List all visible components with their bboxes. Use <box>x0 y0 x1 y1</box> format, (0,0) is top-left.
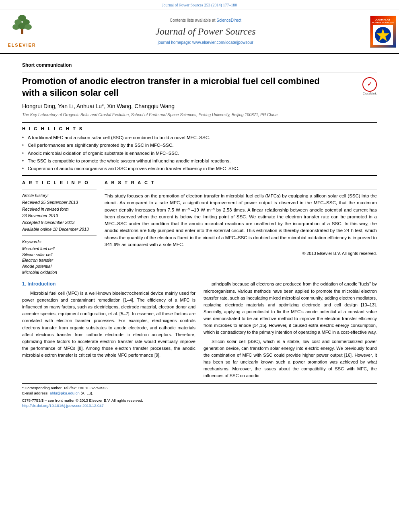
elsevier-tree-icon <box>10 15 34 41</box>
highlights-bottom-divider <box>22 175 377 176</box>
authors-line: Hongrui Ding, Yan Li, Anhuai Lu*, Xin Wa… <box>22 103 377 111</box>
email-label: E-mail address: <box>22 391 49 395</box>
highlight-item-1: A traditional MFC and a silicon solar ce… <box>22 134 377 141</box>
article-info-heading: A R T I C L E I N F O <box>22 180 97 186</box>
history-label: Article history: <box>22 193 97 199</box>
copyright-line: © 2013 Elsevier B.V. All rights reserved… <box>105 251 377 257</box>
intro-para-2: principally because all electrons are pr… <box>204 281 377 335</box>
introduction-section: 1. Introduction Microbial fuel cell (MFC… <box>22 281 377 379</box>
info-divider <box>22 189 97 189</box>
crossmark-badge: ✓ CrossMark <box>362 77 377 96</box>
abstract-divider <box>105 189 377 189</box>
highlights-heading: H I G H L I G H T S <box>22 126 377 132</box>
journal-center: Contents lists available at ScienceDirec… <box>44 13 367 50</box>
svg-point-5 <box>25 24 32 30</box>
available-date: Available online 18 December 2013 <box>22 226 97 232</box>
intro-para-3: Silicon solar cell (SSC), which is a sta… <box>204 338 377 379</box>
email-note: E-mail address: ahlu@pku.edu.cn (A. Lu). <box>22 390 377 396</box>
keyword-3: Electron transfer <box>22 257 97 263</box>
abstract-text: This study focuses on the promotion of e… <box>105 193 377 248</box>
journal-reference-bar: Journal of Power Sources 253 (2014) 177–… <box>0 0 399 10</box>
sciencedirect-line: Contents lists available at ScienceDirec… <box>170 18 241 23</box>
corresponding-author-note: * Corresponding author. Tel./fax: +86 10… <box>22 385 377 390</box>
highlights-section: H I G H L I G H T S A traditional MFC an… <box>22 126 377 172</box>
keywords-label: Keywords: <box>22 239 97 245</box>
email-person: (A. Lu). <box>80 391 93 395</box>
issn-line: 0378-7753/$ – see front matter © 2013 El… <box>22 398 377 403</box>
introduction-left-col: 1. Introduction Microbial fuel cell (MFC… <box>22 281 195 379</box>
journal-title: Journal of Power Sources <box>155 25 255 39</box>
introduction-heading: 1. Introduction <box>22 281 195 288</box>
elsevier-brand-text: ELSEVIER <box>8 42 36 48</box>
introduction-right-col: principally because all electrons are pr… <box>204 281 377 379</box>
highlight-item-5: Cooperation of anodic microorganisms and… <box>22 165 377 172</box>
info-abstract-section: A R T I C L E I N F O Article history: R… <box>22 180 377 275</box>
keyword-5: Microbial oxidation <box>22 269 97 275</box>
intro-para-1: Microbial fuel cell (MFC) is a well-know… <box>22 290 195 358</box>
affiliation-text: The Key Laboratory of Orogenic Belts and… <box>22 112 377 118</box>
highlight-item-3: Anodic microbial oxidation of organic su… <box>22 150 377 156</box>
email-address: ahlu@pku.edu.cn <box>50 391 80 395</box>
keyword-2: Silicon solar cell <box>22 252 97 258</box>
received-date: Received 25 September 2013 <box>22 199 97 205</box>
crossmark-icon: ✓ <box>362 77 377 92</box>
accepted-date: Accepted 9 December 2013 <box>22 220 97 226</box>
abstract-heading: A B S T R A C T <box>105 180 377 186</box>
page: Journal of Power Sources 253 (2014) 177–… <box>0 0 399 532</box>
article-type-label: Short communication <box>22 62 377 69</box>
authors-text: Hongrui Ding, Yan Li, Anhuai Lu*, Xin Wa… <box>22 103 175 109</box>
keyword-4: Anode potential <box>22 263 97 269</box>
doi-line: http://dx.doi.org/10.1016/j.jpowsour.201… <box>22 403 377 408</box>
highlight-item-2: Cell performances are significantly prom… <box>22 142 377 148</box>
main-content: Short communication ✓ CrossMark Promotio… <box>0 54 399 412</box>
elsevier-logo-section: ELSEVIER <box>0 13 44 50</box>
cover-image: JOURNAL OF POWER SOURCES <box>370 16 396 48</box>
article-history: Article history: Received 25 September 2… <box>22 193 97 232</box>
corresponding-author-text: * Corresponding author. Tel./fax: +86 10… <box>22 386 109 390</box>
keyword-1: Microbial fuel cell <box>22 246 97 252</box>
received-revised-date: 23 November 2013 <box>22 213 97 219</box>
footnote-area: * Corresponding author. Tel./fax: +86 10… <box>22 383 377 408</box>
crossmark-label: CrossMark <box>362 92 377 96</box>
title-divider <box>22 72 377 72</box>
journal-header: ELSEVIER Contents lists available at Sci… <box>0 10 399 54</box>
title-area: ✓ CrossMark Promotion of anodic electron… <box>22 76 377 99</box>
introduction-col2-text: principally because all electrons are pr… <box>204 281 377 379</box>
journal-reference-text: Journal of Power Sources 253 (2014) 177–… <box>162 3 237 7</box>
keywords-list: Microbial fuel cell Silicon solar cell E… <box>22 246 97 275</box>
highlight-item-4: The SSC is compatible to promote the who… <box>22 158 377 164</box>
sciencedirect-link[interactable]: ScienceDirect <box>216 18 241 23</box>
svg-rect-6 <box>21 29 23 34</box>
keywords-divider <box>22 235 97 236</box>
abstract-column: A B S T R A C T This study focuses on th… <box>105 180 377 275</box>
introduction-col1-text: Microbial fuel cell (MFC) is a well-know… <box>22 290 195 358</box>
article-info-column: A R T I C L E I N F O Article history: R… <box>22 180 97 275</box>
article-title: Promotion of anodic electron transfer in… <box>22 76 324 99</box>
journal-homepage: journal homepage: www.elsevier.com/locat… <box>158 40 253 45</box>
highlights-top-divider <box>22 122 377 123</box>
received-revised-label: Received in revised form <box>22 206 97 212</box>
journal-cover: JOURNAL OF POWER SOURCES <box>367 13 399 50</box>
highlights-list: A traditional MFC and a silicon solar ce… <box>22 134 377 171</box>
